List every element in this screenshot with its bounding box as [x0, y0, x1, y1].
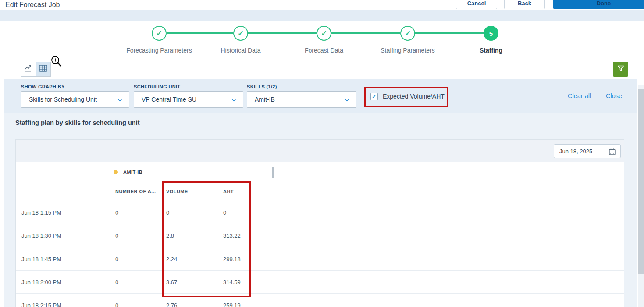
- scheduling-unit-value: VP Central Time SU: [142, 96, 196, 103]
- show-graph-by-select[interactable]: Skills for Scheduling Unit: [21, 91, 129, 108]
- annotation-box-volume-aht-columns: [162, 181, 251, 297]
- title-bar: Edit Forecast Job Cancel Back Done: [0, 0, 644, 10]
- cell-time: Jun 18 2:15 PM: [21, 294, 61, 307]
- cell-time: Jun 18 2:00 PM: [21, 271, 61, 294]
- cell-number-of-agents: 0: [115, 201, 118, 224]
- check-icon: ✓: [238, 29, 244, 38]
- view-toggle-group: [21, 62, 51, 77]
- column-header-row: NUMBER OF A... VOLUME AHT: [16, 182, 624, 201]
- skills-value: Amit-IB: [255, 96, 275, 103]
- close-link[interactable]: Close: [606, 92, 622, 99]
- table-view-button[interactable]: [36, 62, 51, 77]
- date-picker[interactable]: Jun 18, 2025: [554, 144, 621, 158]
- back-button[interactable]: Back: [504, 0, 545, 9]
- scheduling-unit-select[interactable]: VP Central Time SU: [134, 91, 243, 108]
- step-1-circle[interactable]: ✓: [152, 26, 167, 41]
- step-4-circle[interactable]: ✓: [400, 26, 415, 41]
- step-label-staffing-parameters[interactable]: Staffing Parameters: [359, 47, 456, 54]
- cell-time: Jun 18 1:30 PM: [21, 224, 61, 247]
- zoom-in-cursor-icon: [50, 55, 63, 70]
- cell-number-of-agents: 0: [115, 294, 118, 307]
- check-icon: ✓: [321, 29, 327, 38]
- line-chart-icon: [24, 64, 33, 74]
- skill-group-name: AMIT-IB: [123, 162, 142, 182]
- chevron-down-icon: [231, 98, 237, 102]
- view-toolbar: [0, 60, 644, 79]
- done-button[interactable]: Done: [553, 0, 644, 9]
- chevron-down-icon: [117, 98, 123, 102]
- step-connector: [331, 32, 400, 34]
- chevron-down-icon: [344, 98, 350, 102]
- filter-button[interactable]: [613, 62, 628, 77]
- check-icon: ✓: [156, 29, 162, 38]
- edit-forecast-job-screen: Edit Forecast Job Cancel Back Done ✓ ✓ ✓…: [0, 0, 644, 307]
- skill-group-header: AMIT-IB: [110, 162, 274, 182]
- step-number: 5: [489, 30, 493, 37]
- header-divider-band: [0, 10, 644, 21]
- step-5-circle[interactable]: 5: [484, 26, 498, 41]
- step-label-forecast-data[interactable]: Forecast Data: [276, 47, 372, 54]
- cell-time: Jun 18 1:45 PM: [21, 247, 61, 271]
- wizard-stepper: ✓ ✓ ✓ ✓ 5 Forecasting Parameters Histori…: [0, 21, 644, 60]
- table-date-band: [16, 140, 624, 162]
- step-label-staffing[interactable]: Staffing: [443, 47, 539, 54]
- staffing-plan-table: Jun 18, 2025 AMIT-IB NUMBER OF A... VOLU…: [15, 139, 624, 307]
- show-graph-by-label: SHOW GRAPH BY: [21, 84, 65, 89]
- check-icon: ✓: [405, 29, 411, 38]
- column-resize-handle[interactable]: [272, 167, 274, 178]
- vertical-scrollbar-thumb[interactable]: [638, 89, 644, 274]
- table-row: Jun 18 2:00 PM 0 3.67 314.59: [16, 271, 624, 294]
- clear-all-link[interactable]: Clear all: [568, 92, 591, 99]
- page-title: Edit Forecast Job: [5, 0, 60, 10]
- table-row: Jun 18 1:15 PM 0 0 0: [16, 201, 624, 224]
- cancel-button[interactable]: Cancel: [456, 0, 497, 9]
- cell-time: Jun 18 1:15 PM: [21, 201, 61, 224]
- column-header-number-of-agents: NUMBER OF A...: [115, 182, 156, 201]
- skills-select[interactable]: Amit-IB: [247, 91, 356, 108]
- table-row: Jun 18 1:30 PM 0 2.8 313.22: [16, 224, 624, 247]
- calendar-icon: [608, 148, 616, 155]
- table-grid-icon: [39, 65, 47, 74]
- cell-number-of-agents: 0: [115, 271, 118, 294]
- step-connector: [248, 32, 317, 34]
- table-row: Jun 18 2:15 PM 0 2.76 259.19: [16, 294, 624, 307]
- show-graph-by-value: Skills for Scheduling Unit: [29, 96, 97, 103]
- step-3-circle[interactable]: ✓: [317, 26, 331, 41]
- step-connector: [415, 32, 484, 34]
- step-connector: [167, 32, 233, 34]
- cell-number-of-agents: 0: [115, 247, 118, 271]
- step-label-historical-data[interactable]: Historical Data: [192, 47, 289, 54]
- scheduling-unit-label: SCHEDULING UNIT: [134, 84, 180, 89]
- step-2-circle[interactable]: ✓: [233, 26, 248, 41]
- funnel-icon: [616, 64, 625, 74]
- cell-number-of-agents: 0: [115, 224, 118, 247]
- skill-color-dot: [114, 170, 118, 174]
- date-value: Jun 18, 2025: [559, 148, 592, 155]
- table-row: Jun 18 1:45 PM 0 2.24 299.18: [16, 247, 624, 271]
- annotation-box-checkbox: [364, 87, 448, 107]
- chart-view-button[interactable]: [21, 62, 36, 77]
- section-title: Staffing plan by skills for scheduling u…: [15, 119, 140, 126]
- skills-label: SKILLS (1/2): [247, 84, 277, 89]
